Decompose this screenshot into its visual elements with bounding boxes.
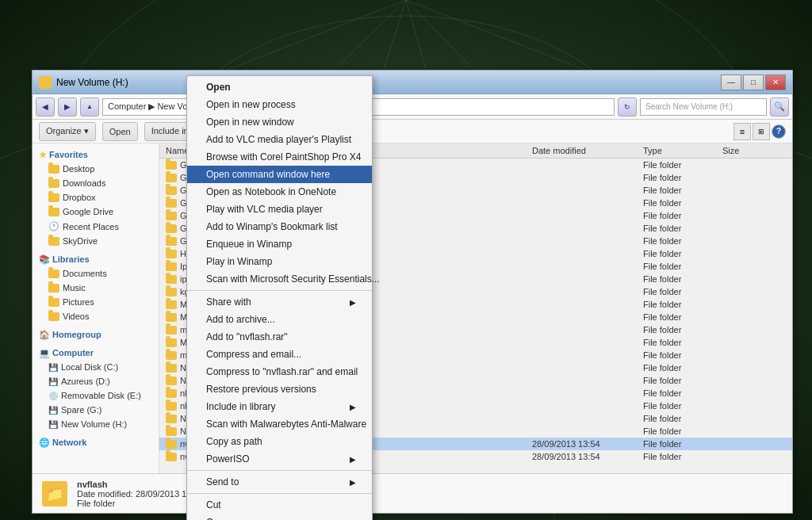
back-button[interactable]: ◀: [36, 98, 55, 117]
sidebar-item-d-drive[interactable]: 💾 Azureus (D:): [33, 374, 159, 388]
menu-item-corel[interactable]: Browse with Corel PaintShop Pro X4: [187, 148, 372, 166]
skydrive-icon: [48, 237, 59, 246]
view-large-icon-button[interactable]: ⊞: [753, 123, 770, 140]
sidebar-item-e-drive[interactable]: 💿 Removable Disk (E:): [33, 388, 159, 403]
menu-item-sendto[interactable]: Send to ▶: [187, 473, 372, 491]
sidebar-item-documents[interactable]: Documents: [33, 266, 159, 281]
libraries-section: 📚 Libraries Documents Music Pictures: [33, 251, 159, 323]
sidebar-item-music[interactable]: Music: [33, 281, 159, 295]
menu-item-winamp-bookmark[interactable]: Add to Winamp's Bookmark list: [187, 218, 372, 235]
column-size[interactable]: Size: [722, 146, 786, 155]
drive-e-icon: 💿: [48, 392, 58, 400]
menu-item-open-process[interactable]: Open in new process: [187, 96, 372, 113]
organize-button[interactable]: Organize ▾: [39, 122, 96, 141]
main-area: ★ Favorites Desktop Downloads Dropbox: [33, 143, 792, 473]
menu-item-add-rar[interactable]: Add to "nvflash.rar": [187, 328, 372, 346]
status-file-icon: 📁: [42, 481, 67, 507]
menu-item-open[interactable]: Open: [187, 78, 372, 96]
refresh-button[interactable]: ↻: [618, 98, 637, 117]
libraries-header[interactable]: 📚 Libraries: [33, 251, 159, 266]
homegroup-section: 🏠 Homegroup: [33, 327, 159, 342]
sidebar-item-googledrive[interactable]: Google Drive: [33, 205, 159, 219]
drive-c-icon: 💾: [48, 363, 58, 372]
homegroup-header[interactable]: 🏠 Homegroup: [33, 327, 159, 342]
search-placeholder: Search New Volume (H:): [645, 102, 733, 111]
sidebar-item-recent[interactable]: 🕐 Recent Places: [33, 219, 159, 234]
forward-button[interactable]: ▶: [58, 98, 77, 117]
search-icon[interactable]: 🔍: [770, 98, 789, 117]
menu-item-compress-email[interactable]: Compress and email...: [187, 346, 372, 363]
sidebar-item-downloads[interactable]: Downloads: [33, 176, 159, 190]
homegroup-icon: 🏠: [39, 330, 50, 339]
column-type[interactable]: Type: [643, 146, 722, 155]
sidebar-item-skydrive[interactable]: SkyDrive: [33, 234, 159, 248]
folder-icon: [166, 161, 177, 170]
desktop-icon: [48, 165, 59, 174]
menu-item-share[interactable]: Share with ▶: [187, 293, 372, 311]
dropbox-icon: [48, 193, 59, 202]
submenu-arrow-library-icon: ▶: [350, 403, 356, 411]
menu-item-vlc-playlist[interactable]: Add to VLC media player's Playlist: [187, 131, 372, 148]
context-menu: Open Open in new process Open in new win…: [186, 75, 373, 520]
maximize-button[interactable]: □: [743, 75, 764, 90]
menu-item-cut[interactable]: Cut: [187, 496, 372, 514]
folder-icon: [166, 351, 177, 360]
videos-icon: [48, 312, 59, 321]
menu-item-security-scan[interactable]: Scan with Microsoft Security Essentials.…: [187, 270, 372, 288]
open-button[interactable]: Open: [102, 122, 138, 141]
menu-item-winamp-enqueue[interactable]: Enqueue in Winamp: [187, 235, 372, 253]
computer-header[interactable]: 💻 Computer: [33, 345, 159, 360]
sidebar-item-pictures[interactable]: Pictures: [33, 295, 159, 309]
library-icon: 📚: [39, 254, 50, 264]
sidebar-item-desktop[interactable]: Desktop: [33, 162, 159, 176]
close-button[interactable]: ✕: [765, 75, 786, 90]
folder-icon: [166, 275, 177, 284]
menu-item-cmd[interactable]: Open command window here: [187, 166, 372, 183]
menu-item-open-window[interactable]: Open in new window: [187, 113, 372, 131]
sidebar-item-videos[interactable]: Videos: [33, 309, 159, 323]
sidebar-item-g-drive[interactable]: 💾 Spare (G:): [33, 403, 159, 417]
toolbar: Organize ▾ Open Include in ▾ ≡ ⊞ ?: [33, 120, 792, 143]
clock-icon: 🕐: [48, 221, 59, 231]
folder-icon: [166, 174, 177, 182]
menu-item-restore-versions[interactable]: Restore previous versions: [187, 380, 372, 398]
computer-icon: 💻: [39, 348, 50, 358]
googledrive-icon: [48, 208, 59, 216]
submenu-arrow-poweriso-icon: ▶: [350, 455, 356, 464]
menu-item-winamp-play[interactable]: Play in Winamp: [187, 253, 372, 270]
up-button[interactable]: ▲: [80, 98, 99, 117]
folder-icon: [166, 186, 177, 195]
favorites-header[interactable]: ★ Favorites: [33, 147, 159, 162]
network-header[interactable]: 🌐 Network: [33, 434, 159, 449]
submenu-arrow-icon: ▶: [350, 298, 356, 307]
folder-icon: [166, 440, 177, 449]
music-icon: [48, 284, 59, 292]
documents-icon: [48, 270, 59, 278]
menu-item-vlc-play[interactable]: Play with VLC media player: [187, 201, 372, 218]
help-button[interactable]: ?: [772, 124, 786, 139]
status-type: File folder: [77, 499, 204, 508]
view-toggle-button[interactable]: ≡: [733, 123, 751, 140]
menu-item-copy-path[interactable]: Copy as path: [187, 433, 372, 450]
menu-item-include-library[interactable]: Include in library ▶: [187, 398, 372, 415]
view-controls: ≡ ⊞ ?: [733, 123, 786, 140]
folder-icon: [166, 427, 177, 436]
menu-item-copy[interactable]: Copy: [187, 514, 372, 520]
search-field[interactable]: Search New Volume (H:): [640, 98, 767, 116]
menu-item-malwarebytes[interactable]: Scan with Malwarebytes Anti-Malware: [187, 415, 372, 433]
sidebar-item-h-drive[interactable]: 💾 New Volume (H:): [33, 417, 159, 431]
menu-item-onenote[interactable]: Open as Notebook in OneNote: [187, 183, 372, 201]
folder-icon: [166, 326, 177, 335]
network-icon: 🌐: [39, 438, 50, 447]
minimize-button[interactable]: —: [721, 75, 741, 90]
folder-icon: [166, 288, 177, 296]
column-date[interactable]: Date modified: [532, 146, 643, 155]
sidebar-item-dropbox[interactable]: Dropbox: [33, 190, 159, 205]
menu-item-compress-rar-email[interactable]: Compress to "nvflash.rar" and email: [187, 363, 372, 380]
folder-icon: [166, 389, 177, 398]
submenu-arrow-sendto-icon: ▶: [350, 478, 356, 487]
menu-item-poweriso[interactable]: PowerISO ▶: [187, 450, 372, 468]
sidebar-item-c-drive[interactable]: 💾 Local Disk (C:): [33, 360, 159, 374]
menu-item-add-archive[interactable]: Add to archive...: [187, 311, 372, 328]
status-meta: Date modified: 28/09/2013 15:05: [77, 489, 204, 499]
